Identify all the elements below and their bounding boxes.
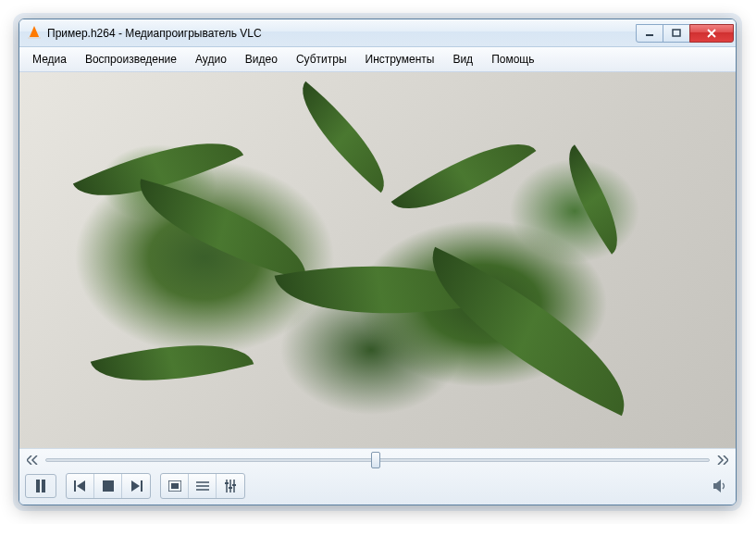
menubar: Медиа Воспроизведение Аудио Видео Субтит…: [19, 47, 736, 72]
titlebar[interactable]: Пример.h264 - Медиапроигрыватель VLC: [19, 19, 736, 47]
menu-video[interactable]: Видео: [236, 49, 287, 69]
nav-group: [66, 473, 151, 499]
volume-button[interactable]: [712, 477, 730, 495]
playlist-button[interactable]: [189, 474, 217, 498]
menu-audio[interactable]: Аудио: [186, 49, 236, 69]
svg-rect-8: [171, 483, 179, 489]
button-row: [25, 473, 730, 499]
stop-button[interactable]: [94, 474, 122, 498]
svg-rect-15: [225, 482, 229, 484]
menu-view[interactable]: Вид: [443, 49, 482, 69]
svg-rect-17: [232, 484, 236, 486]
menu-playback[interactable]: Воспроизведение: [76, 49, 186, 69]
seek-back-button[interactable]: [25, 453, 40, 467]
seek-forward-button[interactable]: [715, 453, 730, 467]
svg-rect-6: [141, 480, 143, 492]
vlc-window: Пример.h264 - Медиапроигрыватель VLC Мед…: [19, 19, 737, 505]
next-button[interactable]: [122, 474, 150, 498]
seek-row: [25, 453, 730, 467]
menu-subtitles[interactable]: Субтитры: [287, 49, 356, 69]
controls-panel: [19, 448, 736, 505]
svg-rect-1: [673, 30, 680, 36]
vlc-cone-icon: [27, 26, 42, 41]
svg-rect-3: [42, 480, 45, 492]
seek-slider[interactable]: [45, 458, 710, 462]
video-display[interactable]: [19, 72, 736, 448]
view-group: [160, 473, 245, 499]
svg-rect-2: [36, 480, 40, 492]
maximize-button[interactable]: [663, 24, 690, 43]
menu-tools[interactable]: Инструменты: [356, 49, 444, 69]
fullscreen-button[interactable]: [161, 474, 189, 498]
menu-help[interactable]: Помощь: [482, 49, 543, 69]
previous-button[interactable]: [67, 474, 94, 498]
close-button[interactable]: [689, 24, 734, 43]
minimize-button[interactable]: [636, 24, 663, 43]
svg-rect-16: [229, 487, 232, 489]
video-frame-content: [19, 72, 736, 448]
svg-rect-4: [74, 480, 76, 492]
seek-thumb[interactable]: [371, 452, 380, 468]
svg-rect-5: [103, 480, 114, 492]
menu-media[interactable]: Медиа: [23, 49, 76, 69]
window-controls: [637, 24, 734, 43]
equalizer-button[interactable]: [217, 474, 244, 498]
pause-button[interactable]: [25, 474, 56, 498]
window-title: Пример.h264 - Медиапроигрыватель VLC: [47, 27, 637, 40]
